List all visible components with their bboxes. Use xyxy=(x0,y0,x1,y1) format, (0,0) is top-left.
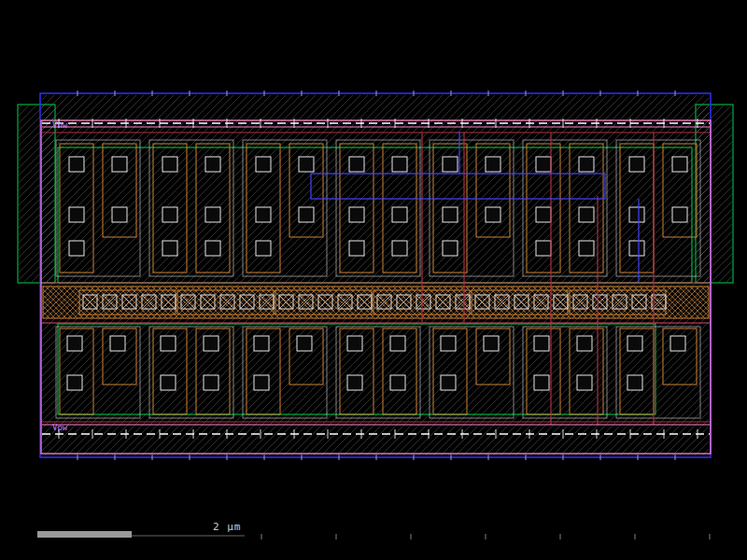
window-grid-ticks xyxy=(261,534,710,539)
tap-contact-row xyxy=(42,283,710,323)
scale-bar-label: 2 μm xyxy=(213,521,242,533)
top-rail-pin-label[interactable]: Vnw xyxy=(52,120,68,130)
bottom-rail-pin-label[interactable]: Vpw xyxy=(52,423,68,432)
scale-bar-rect xyxy=(37,531,132,538)
hatched-substrate-region xyxy=(19,95,732,455)
screen: Vnw Vpw 2 μm xyxy=(0,0,747,560)
scale-bar: 2 μm xyxy=(37,521,245,538)
layout-canvas[interactable]: Vnw Vpw 2 μm xyxy=(0,0,747,560)
